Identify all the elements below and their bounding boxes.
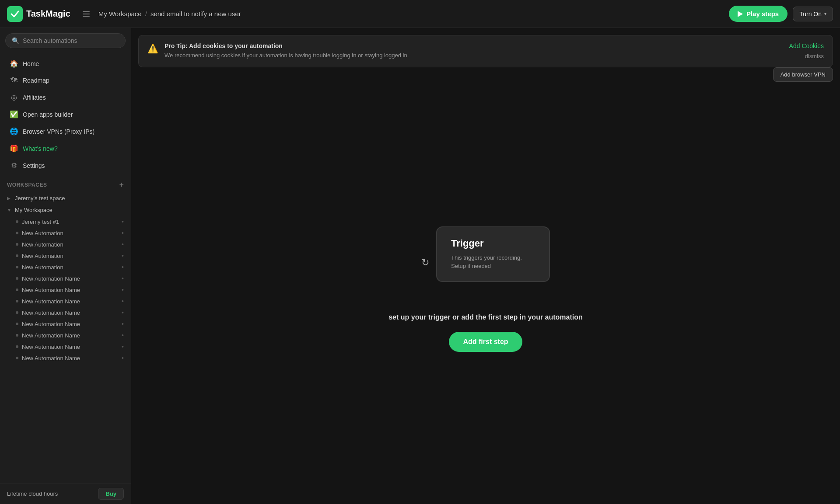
automation-name-7[interactable]: New Automation Name • bbox=[0, 341, 131, 352]
whats-new-icon: 🎁 bbox=[10, 144, 18, 153]
sidebar-item-label: What's new? bbox=[23, 145, 58, 152]
automation-name: New Automation Name bbox=[22, 344, 80, 350]
automation-name-3[interactable]: New Automation Name • bbox=[0, 295, 131, 307]
sidebar-item-settings[interactable]: ⚙ Settings bbox=[3, 157, 128, 174]
workspace-group-my-workspace-header[interactable]: ▼ My Workspace bbox=[0, 204, 131, 216]
header-right: Play steps Turn On ▾ bbox=[729, 6, 833, 22]
automation-more-icon[interactable]: • bbox=[122, 320, 124, 327]
breadcrumb: My Workspace / send email to notify a ne… bbox=[98, 10, 724, 17]
automation-name: New Automation Name bbox=[22, 321, 80, 327]
automation-more-icon[interactable]: • bbox=[122, 275, 124, 282]
search-automations-input[interactable]: 🔍 Search automations bbox=[5, 33, 126, 48]
automation-status-dot bbox=[16, 277, 18, 280]
sidebar-item-label: Open apps builder bbox=[23, 111, 73, 118]
refresh-button[interactable]: ↻ bbox=[421, 257, 429, 268]
automation-new-3[interactable]: New Automation • bbox=[0, 250, 131, 261]
buy-button[interactable]: Buy bbox=[98, 488, 124, 500]
add-workspace-button[interactable]: + bbox=[119, 181, 124, 189]
automation-status-dot bbox=[16, 220, 18, 223]
logo-text: TaskMagic bbox=[26, 9, 70, 19]
automation-name: New Automation bbox=[22, 241, 63, 248]
add-first-step-button[interactable]: Add first step bbox=[449, 332, 522, 352]
automation-name: New Automation bbox=[22, 264, 63, 271]
automation-name-8[interactable]: New Automation Name • bbox=[0, 352, 131, 364]
dismiss-button[interactable]: dismiss bbox=[805, 53, 824, 59]
pro-tip-description: We recommend using cookies if your autom… bbox=[164, 51, 783, 60]
automation-more-icon[interactable]: • bbox=[122, 229, 124, 236]
automation-jeremy-test-1[interactable]: Jeremy test #1 • bbox=[0, 216, 131, 227]
automation-new-1[interactable]: New Automation • bbox=[0, 227, 131, 239]
automation-more-icon[interactable]: • bbox=[122, 355, 124, 361]
automation-more-icon[interactable]: • bbox=[122, 252, 124, 259]
automation-name: New Automation Name bbox=[22, 309, 80, 316]
automation-name: New Automation Name bbox=[22, 298, 80, 305]
chevron-down-icon: ▾ bbox=[824, 11, 826, 16]
settings-icon: ⚙ bbox=[10, 161, 18, 170]
sidebar-item-roadmap[interactable]: 🗺 Roadmap bbox=[3, 72, 128, 89]
automation-status-dot bbox=[16, 254, 18, 257]
automation-more-icon[interactable]: • bbox=[122, 241, 124, 248]
home-icon: 🏠 bbox=[10, 59, 18, 68]
turn-on-button[interactable]: Turn On ▾ bbox=[793, 7, 833, 21]
automation-name: New Automation Name bbox=[22, 275, 80, 282]
automation-name: New Automation bbox=[22, 230, 63, 236]
sidebar-item-affiliates[interactable]: ◎ Affiliates bbox=[3, 89, 128, 106]
pro-tip-banner: ⚠️ Pro Tip: Add cookies to your automati… bbox=[138, 35, 833, 67]
play-steps-label: Play steps bbox=[746, 10, 779, 17]
automation-new-4[interactable]: New Automation • bbox=[0, 261, 131, 273]
add-cookies-button[interactable]: Add Cookies bbox=[789, 42, 824, 49]
trigger-card[interactable]: Trigger This triggers your recording. Se… bbox=[436, 226, 550, 282]
automation-status-dot bbox=[16, 266, 18, 268]
automation-more-icon[interactable]: • bbox=[122, 286, 124, 293]
automation-status-dot bbox=[16, 345, 18, 348]
workspace-group-jeremys-test-header[interactable]: ▶ Jeremy's test space bbox=[0, 192, 131, 204]
add-browser-vpn-button[interactable]: Add browser VPN bbox=[773, 67, 833, 82]
affiliates-icon: ◎ bbox=[10, 93, 18, 101]
automation-more-icon[interactable]: • bbox=[122, 309, 124, 316]
automation-name-1[interactable]: New Automation Name • bbox=[0, 273, 131, 284]
sidebar-item-whats-new[interactable]: 🎁 What's new? bbox=[3, 140, 128, 157]
sidebar: 🔍 Search automations 🏠 Home 🗺 Roadmap ◎ … bbox=[0, 28, 131, 504]
trigger-description: This triggers your recording. Setup if n… bbox=[451, 254, 535, 271]
automation-name: Jeremy test #1 bbox=[22, 219, 59, 225]
automation-name-2[interactable]: New Automation Name • bbox=[0, 284, 131, 295]
sidebar-item-home[interactable]: 🏠 Home bbox=[3, 55, 128, 72]
sidebar-toggle-button[interactable] bbox=[79, 7, 93, 21]
automation-more-icon[interactable]: • bbox=[122, 343, 124, 350]
automation-name-4[interactable]: New Automation Name • bbox=[0, 307, 131, 318]
automation-status-dot bbox=[16, 311, 18, 314]
roadmap-icon: 🗺 bbox=[10, 76, 18, 84]
collapse-icon: ▶ bbox=[7, 196, 12, 201]
svg-rect-1 bbox=[83, 11, 90, 12]
pro-tip-title: Pro Tip: Add cookies to your automation bbox=[164, 42, 783, 49]
automation-name-6[interactable]: New Automation Name • bbox=[0, 330, 131, 341]
play-steps-button[interactable]: Play steps bbox=[729, 6, 788, 22]
sidebar-item-label: Affiliates bbox=[23, 94, 46, 101]
workspace-group-jeremys-test: ▶ Jeremy's test space bbox=[0, 192, 131, 204]
pro-tip-actions: Add Cookies dismiss bbox=[789, 42, 824, 59]
sidebar-item-label: Settings bbox=[23, 162, 45, 169]
workspaces-label: Workspaces bbox=[7, 182, 47, 188]
bottom-bar: Lifetime cloud hours Buy bbox=[0, 483, 131, 504]
workspace-tree: ▶ Jeremy's test space ▼ My Workspace Jer… bbox=[0, 191, 131, 483]
automation-more-icon[interactable]: • bbox=[122, 332, 124, 339]
browser-vpns-icon: 🌐 bbox=[10, 127, 18, 136]
automation-new-2[interactable]: New Automation • bbox=[0, 239, 131, 250]
nav-section: 🏠 Home 🗺 Roadmap ◎ Affiliates ✅ Open app… bbox=[0, 53, 131, 176]
trigger-area: ↻ Trigger This triggers your recording. … bbox=[421, 226, 550, 299]
workspaces-header: Workspaces + bbox=[0, 176, 131, 191]
automation-name: New Automation Name bbox=[22, 355, 80, 361]
automation-status-dot bbox=[16, 357, 18, 359]
automation-more-icon[interactable]: • bbox=[122, 298, 124, 305]
open-apps-icon: ✅ bbox=[10, 110, 18, 118]
automation-more-icon[interactable]: • bbox=[122, 264, 124, 271]
search-icon: 🔍 bbox=[12, 37, 19, 44]
logo-area: TaskMagic bbox=[7, 6, 70, 22]
sidebar-item-open-apps-builder[interactable]: ✅ Open apps builder bbox=[3, 106, 128, 123]
automation-more-icon[interactable]: • bbox=[122, 218, 124, 225]
top-header: TaskMagic My Workspace / send email to n… bbox=[0, 0, 840, 28]
breadcrumb-workspace[interactable]: My Workspace bbox=[98, 10, 142, 17]
sidebar-item-browser-vpns[interactable]: 🌐 Browser VPNs (Proxy IPs) bbox=[3, 123, 128, 140]
automation-name-5[interactable]: New Automation Name • bbox=[0, 318, 131, 330]
automation-name: New Automation bbox=[22, 253, 63, 259]
